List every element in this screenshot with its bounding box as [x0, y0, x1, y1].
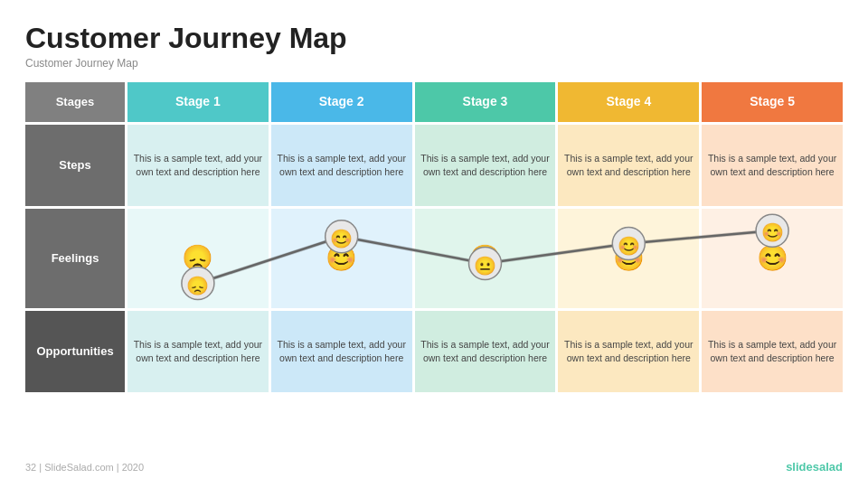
stage4-feelings-cell: 😊 — [558, 209, 699, 308]
stage1-steps-cell: This is a sample text, add your own text… — [127, 125, 269, 206]
opportunities-label: Opportunities — [25, 311, 125, 392]
stage1-emoji: 😞 — [182, 246, 213, 271]
stage2-emoji: 😊 — [326, 246, 357, 271]
stage3-emoji: 😐 — [469, 246, 501, 271]
stage5-emoji: 😊 — [757, 246, 788, 271]
stages-label: Stages — [25, 82, 125, 122]
stage2-feelings-cell: 😊 — [271, 209, 412, 308]
slide: Customer Journey Map Customer Journey Ma… — [0, 0, 868, 488]
stage2-header: Stage 2 — [271, 82, 412, 122]
footer-logo: slidesalad — [786, 460, 843, 474]
feelings-label: Feelings — [25, 209, 125, 308]
stage3-feelings-cell: 😐 — [415, 209, 556, 308]
stage3-steps-cell: This is a sample text, add your own text… — [415, 125, 556, 206]
stage1-opp-cell: This is a sample text, add your own text… — [127, 311, 269, 392]
page-subtitle: Customer Journey Map — [25, 57, 843, 70]
steps-label: Steps — [25, 125, 125, 206]
footer: 32 | SlideSalad.com | 2020 slidesalad — [25, 460, 843, 474]
stage2-opp-cell: This is a sample text, add your own text… — [271, 311, 412, 392]
stage3-header: Stage 3 — [415, 82, 556, 122]
stage1-header: Stage 1 — [127, 82, 269, 122]
stage2-steps-cell: This is a sample text, add your own text… — [271, 125, 412, 206]
stage4-steps-cell: This is a sample text, add your own text… — [558, 125, 699, 206]
stage1-feelings-cell: 😞 — [127, 209, 269, 308]
page-title: Customer Journey Map — [25, 22, 843, 55]
stage4-opp-cell: This is a sample text, add your own text… — [558, 311, 699, 392]
stage5-opp-cell: This is a sample text, add your own text… — [702, 311, 843, 392]
grid: Stages Stage 1 Stage 2 Stage 3 Stage 4 S… — [25, 82, 843, 453]
stage4-header: Stage 4 — [558, 82, 699, 122]
stage5-feelings-cell: 😊 — [702, 209, 843, 308]
journey-map-table: Stages Stage 1 Stage 2 Stage 3 Stage 4 S… — [25, 82, 843, 453]
stage5-header: Stage 5 — [702, 82, 843, 122]
footer-page: 32 | SlideSalad.com | 2020 — [25, 462, 144, 473]
stage4-emoji: 😊 — [613, 246, 645, 271]
stage3-opp-cell: This is a sample text, add your own text… — [415, 311, 556, 392]
stage5-steps-cell: This is a sample text, add your own text… — [702, 125, 843, 206]
